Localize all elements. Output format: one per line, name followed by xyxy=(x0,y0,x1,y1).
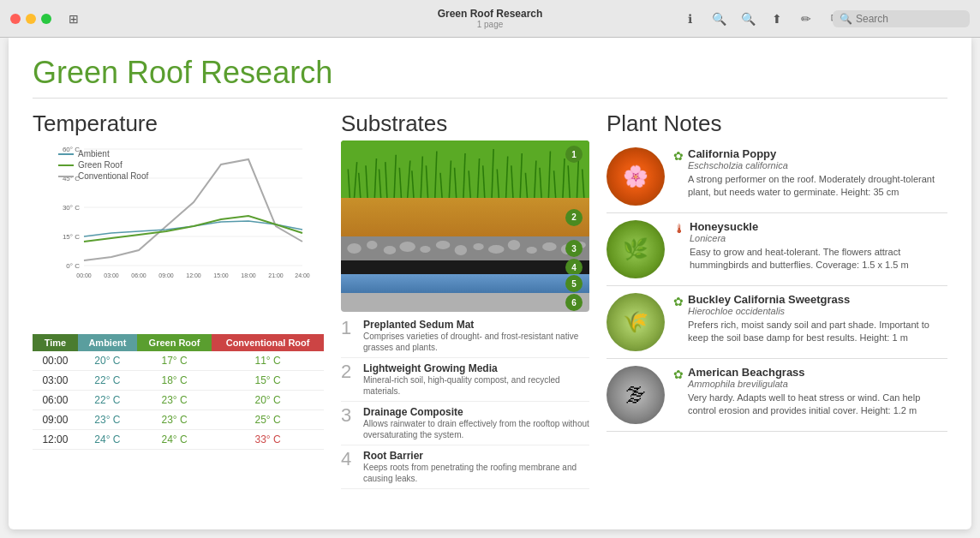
plant-image-poppy: 🌸 xyxy=(607,147,665,206)
share-icon[interactable]: ⬆ xyxy=(769,11,785,27)
plant-name: Buckley California Sweetgrass xyxy=(688,293,947,306)
substrate-name: Preplanted Sedum Mat xyxy=(363,319,589,331)
svg-point-59 xyxy=(399,242,415,252)
substrate-item-4: 4 Root Barrier Keeps roots from penetrat… xyxy=(341,450,589,489)
svg-point-61 xyxy=(436,241,451,249)
substrates-column: Substrates xyxy=(341,111,589,508)
svg-text:0° C: 0° C xyxy=(66,262,80,270)
flower-icon: ✿ xyxy=(673,368,684,381)
thermometer-icon: 🌡 xyxy=(673,222,685,236)
minimize-button[interactable] xyxy=(26,14,36,24)
substrates-title: Substrates xyxy=(341,111,589,137)
search-input[interactable] xyxy=(856,13,967,25)
layer-grass: 1 xyxy=(341,140,589,198)
svg-text:00:00: 00:00 xyxy=(76,272,92,278)
svg-text:30° C: 30° C xyxy=(63,204,80,212)
temperature-table: Time Ambient Green Roof Conventional Roo… xyxy=(33,334,324,450)
temperature-title: Temperature xyxy=(33,111,324,137)
plant-desc: Very hardy. Adapts well to heat stress o… xyxy=(688,392,947,418)
table-row: 03:00 22° C 18° C 15° C xyxy=(33,371,324,391)
svg-text:15° C: 15° C xyxy=(63,233,80,241)
plant-desc: A strong performer on the roof. Moderate… xyxy=(688,173,947,200)
window-title: Green Roof Research xyxy=(438,8,543,20)
svg-point-62 xyxy=(455,245,468,255)
plant-name: American Beachgrass xyxy=(688,366,947,379)
plant-latin: Lonicera xyxy=(690,233,947,243)
plant-latin: Ammophila breviligulata xyxy=(688,379,947,389)
plant-latin: Eschscholzia californica xyxy=(688,160,947,170)
svg-text:18:00: 18:00 xyxy=(241,272,256,278)
plant-item-1: 🌸 ✿ California Poppy Eschscholzia califo… xyxy=(607,140,947,213)
substrate-name: Root Barrier xyxy=(363,450,589,462)
main-content: Green Roof Research Temperature 60° C 45… xyxy=(9,38,971,529)
layer-soil: 2 xyxy=(341,198,589,236)
svg-text:06:00: 06:00 xyxy=(131,272,146,278)
layer-badge-6: 6 xyxy=(565,294,583,311)
svg-text:12:00: 12:00 xyxy=(186,272,201,278)
chart-legend: Ambient Green Roof Conventional Roof xyxy=(58,149,148,181)
svg-text:03:00: 03:00 xyxy=(104,272,119,278)
layer-gravel: 3 xyxy=(341,236,589,260)
layer-badge-5: 5 xyxy=(565,275,583,292)
plant-latin: Hierochloe occidentalis xyxy=(688,306,947,316)
page-title: Green Roof Research xyxy=(33,55,947,99)
flower-icon: ✿ xyxy=(673,295,684,308)
plant-notes-title: Plant Notes xyxy=(607,111,947,137)
titlebar-center: Green Roof Research 1 page xyxy=(438,8,543,29)
titlebar: ⊞ Green Roof Research 1 page ℹ 🔍 🔍 ⬆ ✏ ⧉… xyxy=(0,0,980,38)
window-subtitle: 1 page xyxy=(477,20,504,29)
info-icon[interactable]: ℹ xyxy=(682,11,697,27)
plant-image-beachgrass: 🌫 xyxy=(607,366,665,424)
search-icon: 🔍 xyxy=(840,13,852,25)
plant-desc: Prefers rich, moist sandy soil and part … xyxy=(688,319,947,345)
substrate-desc: Mineral-rich soil, high-quality compost,… xyxy=(363,374,589,397)
substrate-desc: Comprises varieties of drought- and fros… xyxy=(363,331,589,353)
svg-point-56 xyxy=(347,243,362,254)
svg-point-66 xyxy=(526,247,536,254)
substrate-image: 1 2 xyxy=(341,140,589,312)
search-bar[interactable]: 🔍 xyxy=(833,10,970,27)
svg-text:21:00: 21:00 xyxy=(268,272,284,278)
substrate-list: 1 Preplanted Sedum Mat Comprises varieti… xyxy=(341,319,589,489)
substrate-item-2: 2 Lightweight Growing Media Mineral-rich… xyxy=(341,362,589,402)
table-row: 06:00 22° C 23° C 20° C xyxy=(33,391,324,410)
columns: Temperature 60° C 45° C 30° C 15° C 0° C xyxy=(33,111,947,508)
svg-point-65 xyxy=(508,240,521,250)
layer-badge-3: 3 xyxy=(565,240,583,257)
substrate-layers: 1 2 xyxy=(341,140,589,312)
layer-black: 4 xyxy=(341,260,589,274)
layer-badge-2: 2 xyxy=(565,209,583,226)
plant-name: Honeysuckle xyxy=(690,220,947,233)
table-row: 00:00 20° C 17° C 11° C xyxy=(33,351,324,371)
plant-name: California Poppy xyxy=(688,147,947,160)
substrate-name: Lightweight Growing Media xyxy=(363,362,589,374)
table-row: 09:00 23° C 23° C 25° C xyxy=(33,410,324,430)
temperature-chart: 60° C 45° C 30° C 15° C 0° C 00:00 03:00… xyxy=(33,140,324,329)
plant-notes-column: Plant Notes 🌸 ✿ California Poppy Eschsch… xyxy=(607,111,947,508)
th-ambient: Ambient xyxy=(78,334,137,351)
legend-conventional: Conventional Roof xyxy=(58,171,148,181)
traffic-lights xyxy=(10,14,51,24)
svg-text:24:00: 24:00 xyxy=(295,272,310,278)
sidebar-toggle[interactable]: ⊞ xyxy=(69,12,79,26)
annotate-icon[interactable]: ✏ xyxy=(798,11,814,27)
substrate-desc: Allows rainwater to drain effectively fr… xyxy=(363,418,589,440)
plant-image-buckley: 🌾 xyxy=(607,293,665,351)
svg-point-60 xyxy=(420,246,430,253)
zoom-in-icon[interactable]: 🔍 xyxy=(740,11,756,27)
layer-concrete: 6 xyxy=(341,293,589,312)
legend-greenroof: Green Roof xyxy=(58,160,148,170)
zoom-out-icon[interactable]: 🔍 xyxy=(711,11,726,27)
svg-point-63 xyxy=(473,243,483,250)
plant-item-4: 🌫 ✿ American Beachgrass Ammophila brevil… xyxy=(607,359,947,432)
temperature-column: Temperature 60° C 45° C 30° C 15° C 0° C xyxy=(33,111,324,508)
maximize-button[interactable] xyxy=(41,14,51,24)
substrate-desc: Keeps roots from penetrating the roofing… xyxy=(363,462,589,484)
plant-list: 🌸 ✿ California Poppy Eschscholzia califo… xyxy=(607,140,947,432)
svg-point-58 xyxy=(384,246,397,254)
flower-icon: ✿ xyxy=(673,149,684,163)
plant-item-2: 🌿 🌡 Honeysuckle Lonicera Easy to grow an… xyxy=(607,213,947,286)
close-button[interactable] xyxy=(10,14,21,24)
plant-desc: Easy to grow and heat-tolerant. The flow… xyxy=(690,246,947,272)
svg-point-67 xyxy=(542,242,557,251)
